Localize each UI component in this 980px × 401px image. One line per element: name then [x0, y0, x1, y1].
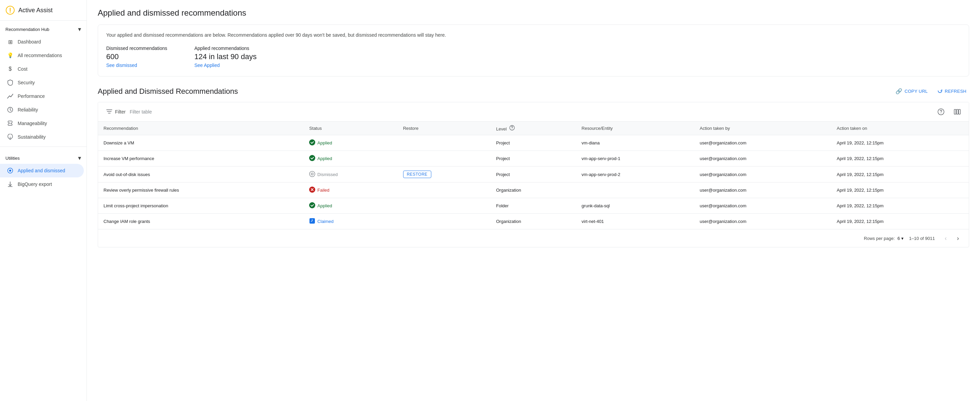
sidebar-item-dashboard[interactable]: ⊞ Dashboard	[0, 35, 84, 49]
cell-recommendation: Review overly permissive firewall rules	[98, 182, 304, 198]
sidebar: Active Assist Recommendation Hub ▾ ⊞ Das…	[0, 0, 87, 401]
col-restore: Restore	[398, 121, 491, 135]
filter-icon	[106, 109, 112, 115]
page-title: Applied and dismissed recommendations	[98, 8, 969, 18]
col-level: Level	[491, 121, 576, 135]
recommendations-table-wrapper: Filter Filter table Recommendation Statu…	[98, 102, 969, 248]
table-toolbar: Filter Filter table	[98, 102, 969, 121]
status-icon	[309, 155, 315, 162]
svg-rect-10	[954, 109, 956, 114]
rows-per-page: Rows per page: 6 ▾	[864, 236, 904, 241]
cell-restore	[398, 198, 491, 214]
help-button[interactable]	[935, 106, 947, 118]
cell-level: Project	[491, 151, 576, 166]
cell-recommendation: Increase VM performance	[98, 151, 304, 166]
status-icon	[309, 202, 315, 209]
sidebar-item-reliability[interactable]: Reliability	[0, 103, 84, 117]
main-content: Applied and dismissed recommendations Yo…	[87, 0, 980, 401]
cell-status: Claimed	[304, 214, 397, 229]
svg-point-4	[9, 169, 11, 172]
cell-resource: vm-diana	[576, 135, 694, 151]
table-row: Change IAM role grants Claimed Organizat…	[98, 214, 969, 229]
info-stats: Dismissed recommendations 600 See dismis…	[106, 46, 961, 68]
sidebar-item-all-recommendations[interactable]: 💡 All recommendations	[0, 49, 84, 62]
chevron-down-icon: ▾	[78, 26, 81, 33]
prev-page-button[interactable]: ‹	[940, 233, 951, 244]
cell-action-on: April 19, 2022, 12:15pm	[831, 198, 969, 214]
sidebar-item-cost[interactable]: $ Cost	[0, 62, 84, 76]
cell-level: Organization	[491, 182, 576, 198]
cell-resource: vm-app-serv-prod-1	[576, 151, 694, 166]
cell-level: Project	[491, 135, 576, 151]
pagination-nav: ‹ ›	[940, 233, 963, 244]
dashboard-icon: ⊞	[7, 38, 14, 45]
cell-level: Organization	[491, 214, 576, 229]
svg-rect-11	[956, 109, 958, 114]
performance-icon	[7, 93, 14, 99]
sidebar-item-performance[interactable]: Performance	[0, 89, 84, 103]
level-help-icon[interactable]	[509, 125, 515, 131]
sidebar-divider	[0, 147, 86, 147]
active-assist-icon	[5, 5, 15, 15]
sidebar-item-manageability[interactable]: Manageability	[0, 117, 84, 130]
applied-dismissed-icon	[7, 167, 14, 174]
restore-button[interactable]: RESTORE	[403, 171, 431, 178]
svg-point-18	[311, 173, 313, 175]
copy-url-button[interactable]: 🔗 COPY URL	[893, 86, 931, 96]
utilities-header[interactable]: Utilities ▾	[0, 150, 86, 164]
status-icon	[309, 187, 315, 194]
columns-button[interactable]	[951, 106, 963, 118]
app-title: Active Assist	[18, 7, 52, 14]
sidebar-item-sustainability[interactable]: Sustainability	[0, 130, 84, 144]
cell-action-by: user@organization.com	[694, 135, 831, 151]
cell-action-on: April 19, 2022, 12:15pm	[831, 151, 969, 166]
svg-point-17	[309, 171, 315, 177]
cell-level: Folder	[491, 198, 576, 214]
rows-per-page-select[interactable]: 6 ▾	[897, 236, 904, 241]
cell-recommendation: Downsize a VM	[98, 135, 304, 151]
applied-label: Applied recommendations	[194, 46, 256, 51]
col-resource: Resource/Entity	[576, 121, 694, 135]
see-dismissed-link[interactable]: See dismissed	[106, 62, 137, 68]
table-row: Downsize a VM Applied Project vm-diana u…	[98, 135, 969, 151]
cell-status: Applied	[304, 135, 397, 151]
cell-action-on: April 19, 2022, 12:15pm	[831, 182, 969, 198]
col-status: Status	[304, 121, 397, 135]
manageability-icon	[7, 120, 14, 127]
recommendation-hub-header[interactable]: Recommendation Hub ▾	[0, 21, 86, 35]
reliability-icon	[7, 106, 14, 113]
sidebar-item-applied-and-dismissed[interactable]: Applied and dismissed	[0, 164, 84, 177]
cell-recommendation: Change IAM role grants	[98, 214, 304, 229]
status-icon	[309, 139, 315, 147]
svg-point-14	[512, 129, 512, 129]
refresh-icon	[937, 88, 943, 94]
chevron-down-icon-utilities: ▾	[78, 154, 81, 162]
all-recommendations-icon: 💡	[7, 52, 14, 59]
cell-restore[interactable]: RESTORE	[398, 166, 491, 182]
info-card-text: Your applied and dismissed recommendatio…	[106, 32, 961, 39]
cell-recommendation: Limit cross-project impersonation	[98, 198, 304, 214]
status-label: Applied	[317, 141, 332, 145]
svg-point-15	[309, 139, 315, 145]
sidebar-item-security[interactable]: Security	[0, 76, 84, 89]
security-icon	[7, 79, 14, 86]
status-label: Applied	[317, 156, 332, 161]
cell-restore	[398, 214, 491, 229]
refresh-button[interactable]: REFRESH	[934, 86, 969, 96]
filter-button[interactable]: Filter	[103, 108, 128, 116]
cell-restore	[398, 151, 491, 166]
cell-action-by: user@organization.com	[694, 214, 831, 229]
next-page-button[interactable]: ›	[953, 233, 963, 244]
cell-restore	[398, 135, 491, 151]
section-actions: 🔗 COPY URL REFRESH	[893, 86, 969, 96]
cell-status: Failed	[304, 182, 397, 198]
table-row: Avoid out-of-disk issues Dismissed RESTO…	[98, 166, 969, 182]
see-applied-link[interactable]: See Applied	[194, 62, 220, 68]
col-action-on: Action taken on	[831, 121, 969, 135]
filter-placeholder[interactable]: Filter table	[130, 109, 152, 115]
col-action-by: Action taken by	[694, 121, 831, 135]
section-header: Applied and Dismissed Recommendations 🔗 …	[98, 86, 969, 96]
cell-resource: grunk-data-sql	[576, 198, 694, 214]
dismissed-label: Dismissed recommendations	[106, 46, 167, 51]
sidebar-item-bigquery-export[interactable]: BigQuery export	[0, 177, 84, 191]
